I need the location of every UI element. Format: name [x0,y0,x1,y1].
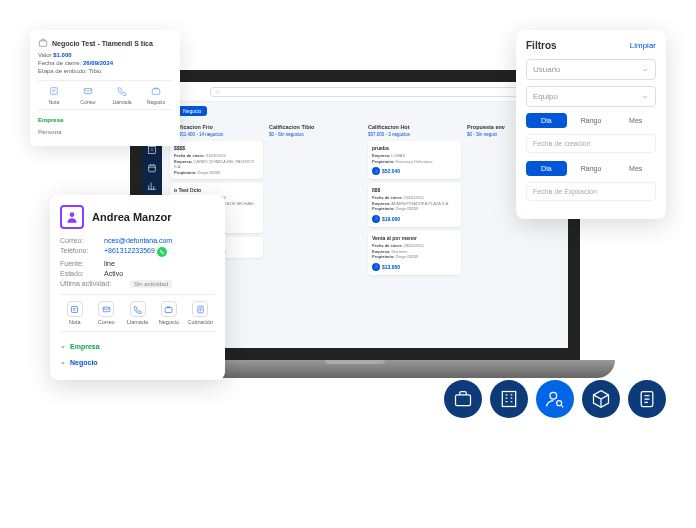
filter-expiration-date[interactable]: Fecha de Expiración [526,182,656,201]
deal-card[interactable]: $$$$Fecha de cierre: 01/09/2024Empresa: … [170,141,263,179]
card-amount: $13.950 [382,264,400,270]
search-input[interactable] [210,87,520,97]
circle-deals[interactable] [444,380,482,418]
deal-card[interactable]: 888Fecha de cierre: 25/06/2024Empresa: A… [368,183,461,227]
circle-products[interactable] [582,380,620,418]
section-person[interactable]: Persona [38,126,172,138]
svg-rect-7 [149,147,156,154]
svg-rect-2 [84,89,92,94]
svg-rect-16 [72,306,78,312]
avatar [60,205,84,229]
seg-mes[interactable]: Mes [615,161,656,176]
contact-action-note[interactable]: Nota [60,301,89,325]
seg-mes[interactable]: Mes [615,113,656,128]
filter-team-select[interactable]: Equipo [526,86,656,107]
card-title: Venta al por menor [372,235,457,241]
circle-contacts[interactable] [536,380,574,418]
card-amount: $19.000 [382,216,400,222]
filters-title: Filtros [526,40,557,51]
action-call[interactable]: Llamada [106,85,138,105]
deal-title: Negocio Test - Tiamendi S tica [52,40,153,47]
filters-popup: Filtros Limpiar Usuario Equipo Dia Rango… [516,30,666,219]
feature-circles [444,380,666,418]
deal-card[interactable]: pruebaEmpresa: LUMASPropietario: Francis… [368,141,461,179]
svg-point-15 [70,212,75,217]
svg-rect-17 [103,307,110,312]
contact-action-quote[interactable]: Cotización [186,301,215,325]
person-icon [372,215,380,223]
svg-point-10 [216,90,219,93]
seg-rango[interactable]: Rango [571,161,612,176]
contact-popup: Andrea Manzor Correo:nces@defontana.com … [50,195,225,380]
contact-action-call[interactable]: Llamada [123,301,152,325]
deal-popup: Negocio Test - Tiamendi S tica Valor $1.… [30,30,180,146]
section-company[interactable]: Empresa [38,114,172,126]
chevron-down-icon [641,93,649,101]
seg-rango[interactable]: Rango [571,113,612,128]
contact-action-deal[interactable]: Negocio [154,301,183,325]
contact-section-deal[interactable]: ⌄Negocio [60,354,215,370]
kanban-column: Calificacion Hot$97.000 - 3 negociosprue… [368,124,461,344]
briefcase-icon [453,389,473,409]
seg-dia[interactable]: Dia [526,113,567,128]
svg-rect-1 [51,88,58,95]
filter-user-select[interactable]: Usuario [526,59,656,80]
filter-creation-date[interactable]: Fecha de creación [526,134,656,153]
contact-phone[interactable]: +861312233569 [104,247,155,257]
column-summary: $0 - Sin negocios [269,132,362,137]
column-summary: $10.351.400 - 14 negocios [170,132,263,137]
search-icon [215,89,221,95]
briefcase-icon [38,38,48,48]
sidebar-calendar-icon[interactable] [146,162,158,174]
action-deal[interactable]: Negocio [140,85,172,105]
action-email[interactable]: Correo [72,85,104,105]
contact-action-email[interactable]: Correo [91,301,120,325]
svg-rect-20 [456,395,471,406]
kanban-column: Calificacion Tibio$0 - Sin negocios [269,124,362,344]
column-title: Calificacion Frio [170,124,263,130]
card-title: $$$$ [174,145,259,151]
card-title: prueba [372,145,457,151]
person-icon [372,167,380,175]
circle-companies[interactable] [490,380,528,418]
column-title: Calificacion Tibio [269,124,362,130]
person-icon [372,263,380,271]
filter-creation-segment: Dia Rango Mes [526,113,656,128]
person-icon [65,210,79,224]
topbar [162,82,568,102]
svg-point-14 [375,265,377,267]
document-icon [637,389,657,409]
circle-quotes[interactable] [628,380,666,418]
seg-dia[interactable]: Dia [526,161,567,176]
contact-name: Andrea Manzor [92,211,171,223]
svg-point-13 [375,217,377,219]
deal-card[interactable]: Venta al por menorFecha de cierre: 28/04… [368,231,461,275]
svg-rect-0 [39,41,47,46]
svg-rect-8 [149,165,156,172]
column-title: Calificacion Hot [368,124,461,130]
svg-rect-18 [166,307,173,312]
svg-rect-21 [502,392,515,407]
card-amount: $52.040 [382,168,400,174]
whatsapp-icon[interactable] [157,247,167,257]
column-summary: $97.000 - 3 negocios [368,132,461,137]
svg-point-23 [557,401,562,406]
person-search-icon [545,389,565,409]
card-title: 888 [372,187,457,193]
card-title: o Test Octo [174,187,259,193]
contact-email[interactable]: nces@defontana.com [104,237,172,244]
action-note[interactable]: Nota [38,85,70,105]
svg-point-22 [550,392,557,399]
sidebar-reports-icon[interactable] [146,180,158,192]
svg-point-12 [375,170,377,172]
contact-section-company[interactable]: ⌄Empresa [60,338,215,354]
building-icon [499,389,519,409]
box-icon [591,389,611,409]
filters-clear-button[interactable]: Limpiar [630,41,656,50]
svg-rect-3 [152,89,160,94]
chevron-down-icon [641,66,649,74]
filter-expiration-segment: Dia Rango Mes [526,161,656,176]
